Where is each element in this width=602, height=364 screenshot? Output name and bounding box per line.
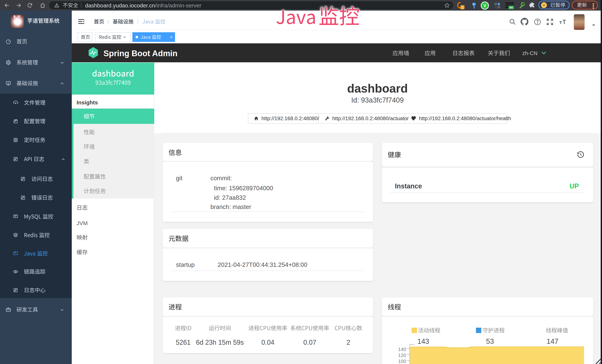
svg-text:on: on (509, 6, 513, 9)
svg-text:1: 1 (462, 6, 463, 9)
svg-text:V: V (483, 3, 486, 8)
